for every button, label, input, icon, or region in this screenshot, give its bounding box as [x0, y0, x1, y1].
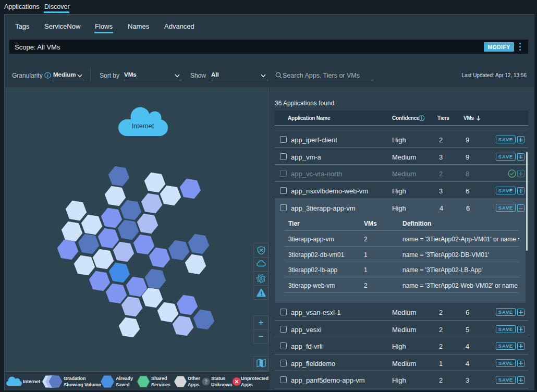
svg-text:Internet: Internet [132, 123, 154, 130]
svg-text:?: ? [204, 379, 208, 385]
